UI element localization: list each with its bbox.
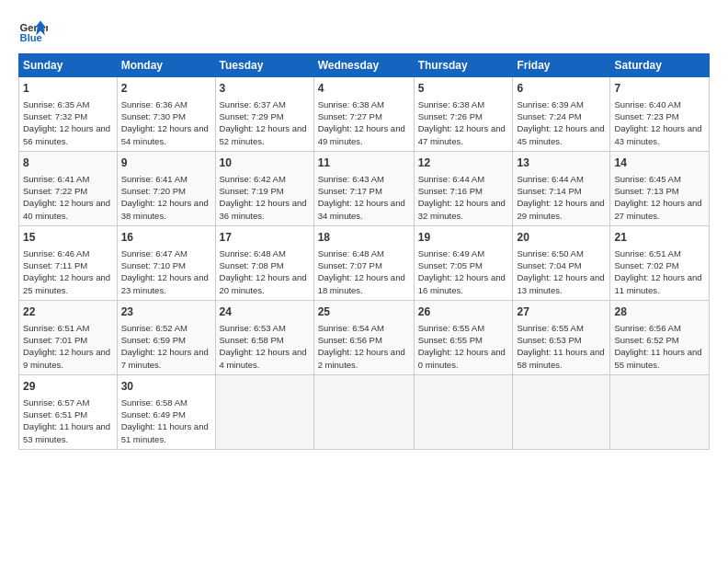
day-number: 19 <box>418 230 509 246</box>
table-row: 8Sunrise: 6:41 AMSunset: 7:22 PMDaylight… <box>19 151 118 225</box>
day-number: 2 <box>121 81 211 97</box>
day-number: 5 <box>418 81 509 97</box>
table-row: 15Sunrise: 6:46 AMSunset: 7:11 PMDayligh… <box>19 225 118 300</box>
column-header-monday: Monday <box>117 54 215 77</box>
logo: General Blue <box>18 15 48 44</box>
day-number: 17 <box>220 230 310 246</box>
table-row: 30Sunrise: 6:58 AMSunset: 6:49 PMDayligh… <box>117 374 215 449</box>
table-row: 26Sunrise: 6:55 AMSunset: 6:55 PMDayligh… <box>414 300 513 374</box>
table-row: 2Sunrise: 6:36 AMSunset: 7:30 PMDaylight… <box>117 77 215 152</box>
table-row: 13Sunrise: 6:44 AMSunset: 7:14 PMDayligh… <box>513 151 610 225</box>
table-row: 28Sunrise: 6:56 AMSunset: 6:52 PMDayligh… <box>610 300 710 374</box>
column-header-sunday: Sunday <box>19 54 118 77</box>
day-number: 8 <box>23 155 113 171</box>
table-row: 5Sunrise: 6:38 AMSunset: 7:26 PMDaylight… <box>414 77 513 152</box>
table-row: 19Sunrise: 6:49 AMSunset: 7:05 PMDayligh… <box>414 225 513 300</box>
table-row: 4Sunrise: 6:38 AMSunset: 7:27 PMDaylight… <box>313 77 414 152</box>
column-header-thursday: Thursday <box>414 54 513 77</box>
table-row: 27Sunrise: 6:55 AMSunset: 6:53 PMDayligh… <box>513 300 610 374</box>
table-row: 29Sunrise: 6:57 AMSunset: 6:51 PMDayligh… <box>19 374 118 449</box>
table-row: 22Sunrise: 6:51 AMSunset: 7:01 PMDayligh… <box>19 300 118 374</box>
day-number: 7 <box>614 81 705 97</box>
table-row: 14Sunrise: 6:45 AMSunset: 7:13 PMDayligh… <box>610 151 710 225</box>
table-row <box>513 374 610 449</box>
day-number: 30 <box>121 379 211 395</box>
table-row: 23Sunrise: 6:52 AMSunset: 6:59 PMDayligh… <box>117 300 215 374</box>
day-number: 9 <box>121 155 211 171</box>
table-row: 17Sunrise: 6:48 AMSunset: 7:08 PMDayligh… <box>215 225 313 300</box>
table-row <box>414 374 513 449</box>
day-number: 1 <box>23 81 113 97</box>
table-row: 6Sunrise: 6:39 AMSunset: 7:24 PMDaylight… <box>513 77 610 152</box>
logo-icon: General Blue <box>18 15 48 44</box>
table-row: 7Sunrise: 6:40 AMSunset: 7:23 PMDaylight… <box>610 77 710 152</box>
column-header-friday: Friday <box>513 54 610 77</box>
day-number: 6 <box>517 81 606 97</box>
day-number: 18 <box>318 230 410 246</box>
day-number: 28 <box>614 304 705 320</box>
table-row <box>215 374 313 449</box>
table-row: 16Sunrise: 6:47 AMSunset: 7:10 PMDayligh… <box>117 225 215 300</box>
day-number: 12 <box>418 155 509 171</box>
table-row: 21Sunrise: 6:51 AMSunset: 7:02 PMDayligh… <box>610 225 710 300</box>
day-number: 10 <box>220 155 310 171</box>
table-row: 20Sunrise: 6:50 AMSunset: 7:04 PMDayligh… <box>513 225 610 300</box>
day-number: 23 <box>121 304 211 320</box>
table-row: 9Sunrise: 6:41 AMSunset: 7:20 PMDaylight… <box>117 151 215 225</box>
day-number: 29 <box>23 379 113 395</box>
table-row: 24Sunrise: 6:53 AMSunset: 6:58 PMDayligh… <box>215 300 313 374</box>
day-number: 24 <box>220 304 310 320</box>
table-row: 11Sunrise: 6:43 AMSunset: 7:17 PMDayligh… <box>313 151 414 225</box>
svg-text:Blue: Blue <box>20 32 42 43</box>
day-number: 20 <box>517 230 606 246</box>
day-number: 11 <box>318 155 410 171</box>
column-header-saturday: Saturday <box>610 54 710 77</box>
day-number: 4 <box>318 81 410 97</box>
column-header-tuesday: Tuesday <box>215 54 313 77</box>
calendar-table: SundayMondayTuesdayWednesdayThursdayFrid… <box>18 53 710 450</box>
column-header-wednesday: Wednesday <box>313 54 414 77</box>
table-row: 25Sunrise: 6:54 AMSunset: 6:56 PMDayligh… <box>313 300 414 374</box>
day-number: 15 <box>23 230 113 246</box>
day-number: 26 <box>418 304 509 320</box>
table-row: 12Sunrise: 6:44 AMSunset: 7:16 PMDayligh… <box>414 151 513 225</box>
day-number: 22 <box>23 304 113 320</box>
table-row <box>610 374 710 449</box>
day-number: 13 <box>517 155 606 171</box>
day-number: 25 <box>318 304 410 320</box>
table-row: 3Sunrise: 6:37 AMSunset: 7:29 PMDaylight… <box>215 77 313 152</box>
table-row: 1Sunrise: 6:35 AMSunset: 7:32 PMDaylight… <box>19 77 118 152</box>
day-number: 16 <box>121 230 211 246</box>
table-row: 10Sunrise: 6:42 AMSunset: 7:19 PMDayligh… <box>215 151 313 225</box>
day-number: 27 <box>517 304 606 320</box>
table-row: 18Sunrise: 6:48 AMSunset: 7:07 PMDayligh… <box>313 225 414 300</box>
day-number: 21 <box>614 230 705 246</box>
day-number: 3 <box>220 81 310 97</box>
day-number: 14 <box>614 155 705 171</box>
table-row <box>313 374 414 449</box>
